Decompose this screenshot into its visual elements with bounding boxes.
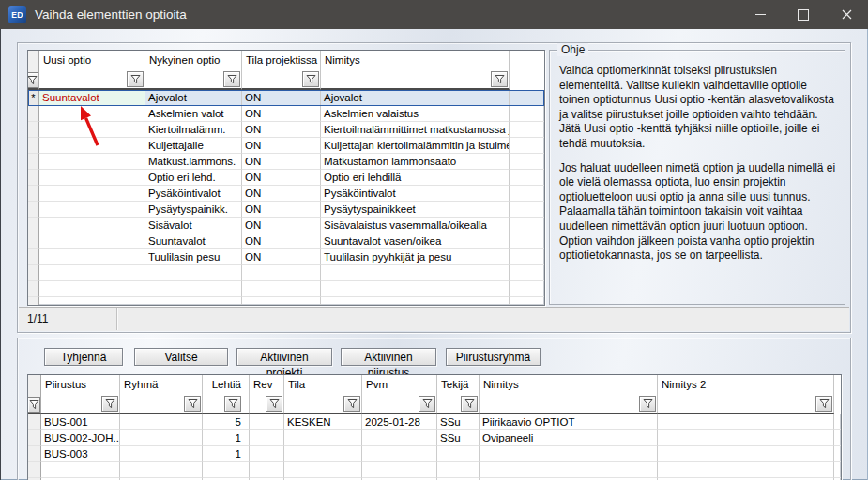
cell <box>480 462 658 478</box>
column-header-nimitys[interactable]: Nimitys <box>480 375 658 395</box>
options-row[interactable]: Pysäytyspainikk.ONPysäytyspainikkeet <box>28 202 544 218</box>
cell: SSu <box>437 430 480 446</box>
filter-funnel-icon[interactable] <box>491 71 508 87</box>
cell: Sisävalaistus vasemmalla/oikealla <box>321 218 510 233</box>
filter-funnel-icon[interactable] <box>223 71 240 87</box>
filter-funnel-icon[interactable] <box>127 71 144 87</box>
options-row[interactable]: Askelmien valotONAskelmien valaistus <box>28 106 544 122</box>
cell <box>284 462 362 478</box>
cell <box>437 462 480 478</box>
button-tyhjenn-[interactable]: Tyhjennä <box>44 348 123 366</box>
options-row[interactable]: Kiertoilmalämm.ONKiertoilmalämmittimet m… <box>28 122 544 138</box>
button-piirustusryhm-[interactable]: Piirustusryhmä <box>446 348 541 366</box>
cell <box>321 265 510 281</box>
row-marker <box>28 202 39 218</box>
options-row[interactable]: PysäköintivalotONPysäköintivalot <box>28 186 544 202</box>
column-header-pvm[interactable]: Pvm <box>362 375 437 395</box>
filter-funnel-icon[interactable] <box>343 396 360 412</box>
column-header-piirustus[interactable]: Piirustus <box>41 375 120 395</box>
cell: KESKEN <box>284 414 362 430</box>
filter-funnel-icon[interactable] <box>461 396 478 412</box>
filter-cell <box>362 395 437 414</box>
column-header-tekij-[interactable]: Tekijä <box>437 375 480 395</box>
cell <box>39 218 145 233</box>
row-marker <box>28 297 39 306</box>
filter-funnel-icon[interactable] <box>419 396 435 412</box>
cell <box>242 281 321 297</box>
cell: ON <box>242 249 321 265</box>
row-marker <box>28 218 39 233</box>
filter-funnel-icon[interactable] <box>28 397 40 412</box>
cell: 5 <box>203 414 250 430</box>
window-title: Vaihda elementtien optioita <box>35 8 187 22</box>
options-row[interactable]: SisävalotONSisävalaistus vasemmalla/oike… <box>28 218 544 233</box>
close-button[interactable] <box>825 0 868 29</box>
cell: ON <box>242 186 321 202</box>
cell: Tuulilasin pesu <box>145 249 242 265</box>
cell: 2025-01-28 <box>362 414 437 430</box>
maximize-button[interactable] <box>782 0 825 29</box>
cell-filler <box>510 106 544 122</box>
column-header-rev[interactable]: Rev <box>250 375 284 395</box>
cell: Kiertoilmalämm. <box>145 122 242 138</box>
button-aktiivinen-projekti[interactable]: Aktiivinen projekti <box>236 348 332 366</box>
column-header-tila-projektissa[interactable]: Tila projektissa <box>242 51 321 70</box>
filter-funnel-icon[interactable] <box>224 396 241 412</box>
column-header-nykyinen-optio[interactable]: Nykyinen optio <box>145 51 242 70</box>
cell: Ajovalot <box>321 90 510 106</box>
filter-funnel-icon[interactable] <box>101 396 118 412</box>
cell <box>250 462 284 478</box>
action-buttons: TyhjennäValitseAktiivinen projektiAktiiv… <box>18 348 541 366</box>
cell: 1 <box>203 446 250 462</box>
filter-funnel-icon[interactable] <box>28 72 38 88</box>
options-row[interactable]: Optio eri lehd.ONOptio eri lehdillä <box>28 170 544 186</box>
button-valitse[interactable]: Valitse <box>134 348 228 366</box>
button-aktiivinen-piirustus[interactable]: Aktiivinen piirustus <box>341 348 436 366</box>
cell <box>321 281 510 297</box>
cell: Askelmien valot <box>145 106 242 122</box>
filter-funnel-icon[interactable] <box>639 396 656 412</box>
column-header-lehti-[interactable]: Lehtiä <box>203 375 250 395</box>
cell <box>658 414 834 430</box>
cell: ON <box>242 218 321 233</box>
cell: Optio eri lehdillä <box>321 170 510 186</box>
maximize-icon <box>798 9 809 21</box>
cell: Matkustamon lämmönsäätö <box>321 154 510 170</box>
options-row[interactable]: *SuuntavalotAjovalotONAjovalot <box>28 90 544 106</box>
help-paragraph: Vaihda optiomerkinnät toiseksi piirustuk… <box>559 64 837 152</box>
row-marker <box>28 430 41 446</box>
cell <box>39 202 145 218</box>
cell: Sisävalot <box>145 218 242 233</box>
empty-row <box>28 297 544 306</box>
column-header-ryhm-[interactable]: Ryhmä <box>120 375 203 395</box>
options-row[interactable]: Matkust.lämmöns.ONMatkustamon lämmönsäät… <box>28 154 544 170</box>
cell-filler <box>510 90 544 106</box>
filter-funnel-icon[interactable] <box>184 396 201 412</box>
cell-filler <box>510 138 544 154</box>
cell-filler <box>834 446 841 462</box>
column-header-nimitys-2[interactable]: Nimitys 2 <box>658 375 834 395</box>
cell <box>39 106 145 122</box>
cell <box>120 430 203 446</box>
options-row[interactable]: SuuntavalotONSuuntavalot vasen/oikea <box>28 233 544 249</box>
filter-funnel-icon[interactable] <box>266 396 282 412</box>
filter-funnel-icon[interactable] <box>815 396 832 412</box>
cell <box>284 446 362 462</box>
column-header-nimitys[interactable]: Nimitys <box>321 51 510 70</box>
header-filler <box>834 375 842 395</box>
cell-filler <box>510 122 544 138</box>
minimize-button[interactable] <box>739 0 782 29</box>
drawings-row[interactable]: BUS-0031 <box>28 446 841 462</box>
minimize-icon <box>755 14 766 15</box>
cell: ON <box>242 122 321 138</box>
drawings-row[interactable]: BUS-002-JOH...1SSuOvipaneeli <box>28 430 841 446</box>
cell: Kuljettajan kiertoilmalämmitin ja istuim… <box>321 138 510 154</box>
drawings-table: PiirustusRyhmäLehtiäRevTilaPvmTekijäNimi… <box>27 374 842 480</box>
options-row[interactable]: KuljettajalleONKuljettajan kiertoilmaläm… <box>28 138 544 154</box>
column-header-uusi-optio[interactable]: Uusi optio <box>39 51 145 70</box>
cell <box>39 281 145 297</box>
column-header-tila[interactable]: Tila <box>284 375 362 395</box>
options-row[interactable]: Tuulilasin pesuONTuulilasin pyyhkijät ja… <box>28 249 544 265</box>
filter-funnel-icon[interactable] <box>302 71 319 87</box>
drawings-row[interactable]: BUS-0015KESKEN2025-01-28SSuPiirikaavio O… <box>28 414 841 430</box>
